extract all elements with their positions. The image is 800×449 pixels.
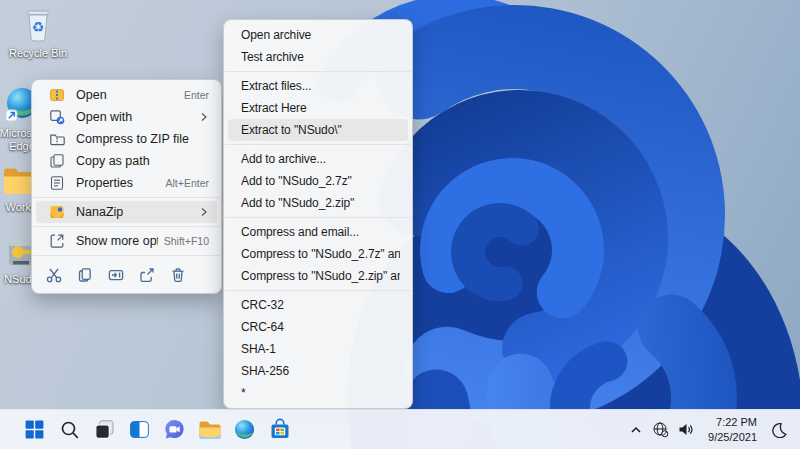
- menu-item-label: Compress to "NSudo_2.7z" and email: [241, 247, 400, 261]
- menu-item-label: Open: [76, 88, 178, 102]
- submenu-item-sha-1[interactable]: SHA-1: [228, 338, 408, 360]
- chat-icon: [163, 418, 186, 441]
- share-icon: [138, 266, 156, 284]
- copy-button[interactable]: [71, 263, 98, 287]
- desktop-icon-recycle-bin[interactable]: ♻Recycle Bin: [3, 6, 73, 60]
- submenu-item-compress-and-email[interactable]: Compress and email...: [228, 221, 408, 243]
- context-menu-item-properties[interactable]: PropertiesAlt+Enter: [36, 172, 217, 194]
- menu-separator: [33, 226, 220, 227]
- submenu-item-crc-64[interactable]: CRC-64: [228, 316, 408, 338]
- rename-button[interactable]: [102, 263, 129, 287]
- taskbar-edge-button[interactable]: [227, 413, 262, 447]
- submenu-item-extract-files[interactable]: Extract files...: [228, 75, 408, 97]
- open-with-icon: [49, 109, 65, 125]
- clock-button[interactable]: 7:22 PM 9/25/2021: [699, 415, 766, 445]
- menu-item-label: Extract to "NSudo\": [241, 123, 400, 137]
- chevron-up-icon: [629, 423, 643, 437]
- cut-button[interactable]: [40, 263, 67, 287]
- tray-volume-button[interactable]: [673, 415, 698, 445]
- submenu-item-add-to-7z[interactable]: Add to "NSudo_2.7z": [228, 170, 408, 192]
- submenu-item-sha-256[interactable]: SHA-256: [228, 360, 408, 382]
- menu-item-label: *: [241, 386, 400, 400]
- menu-item-label: Open with: [76, 110, 193, 124]
- submenu-item-star[interactable]: *: [228, 382, 408, 404]
- context-menu-item-open-with[interactable]: Open with: [36, 106, 217, 128]
- menu-item-label: Add to "NSudo_2.zip": [241, 196, 400, 210]
- tray-icons: [624, 415, 698, 445]
- focus-assist-button[interactable]: [767, 415, 791, 445]
- context-menu-item-copy-as-path[interactable]: Copy as path: [36, 150, 217, 172]
- chevron-right-icon: [199, 207, 209, 217]
- menu-item-accelerator: Enter: [184, 89, 209, 101]
- taskbar-chat-button[interactable]: [157, 413, 192, 447]
- edge-icon: [233, 418, 256, 441]
- zip-folder-icon: [49, 131, 65, 147]
- menu-separator: [225, 217, 411, 218]
- submenu-item-add-to-archive[interactable]: Add to archive...: [228, 148, 408, 170]
- desktop: ♻Recycle BinMicrosoft EdgeWorksNSudo Ope…: [0, 0, 800, 449]
- search-icon: [59, 419, 81, 441]
- menu-item-label: SHA-256: [241, 364, 400, 378]
- globe-no-internet-icon: [652, 421, 669, 438]
- menu-item-label: CRC-64: [241, 320, 400, 334]
- taskbar-search-button[interactable]: [52, 413, 87, 447]
- submenu-item-compress-7z-email[interactable]: Compress to "NSudo_2.7z" and email: [228, 243, 408, 265]
- nanazip-logo-icon: [49, 204, 65, 220]
- menu-item-label: Compress to ZIP file: [76, 132, 209, 146]
- taskbar-buttons: [17, 413, 297, 447]
- submenu-items: Open archiveTest archiveExtract files...…: [224, 24, 412, 404]
- share-button[interactable]: [133, 263, 160, 287]
- start-icon: [23, 418, 46, 441]
- copy-icon: [76, 266, 94, 284]
- chevron-right-icon: [199, 112, 209, 122]
- submenu-item-open-archive[interactable]: Open archive: [228, 24, 408, 46]
- taskbar-task-view-button[interactable]: [87, 413, 122, 447]
- properties-icon: [49, 175, 65, 191]
- taskbar-store-button[interactable]: [262, 413, 297, 447]
- store-icon: [269, 418, 291, 441]
- context-menu-item-compress-to-zip[interactable]: Compress to ZIP file: [36, 128, 217, 150]
- menu-item-label: SHA-1: [241, 342, 400, 356]
- submenu-item-crc-32[interactable]: CRC-32: [228, 294, 408, 316]
- submenu-item-add-to-zip[interactable]: Add to "NSudo_2.zip": [228, 192, 408, 214]
- submenu-item-test-archive[interactable]: Test archive: [228, 46, 408, 68]
- tray-network-button[interactable]: [648, 415, 673, 445]
- taskbar-widgets-button[interactable]: [122, 413, 157, 447]
- menu-item-label: Extract Here: [241, 101, 400, 115]
- system-tray: 7:22 PM 9/25/2021: [624, 415, 791, 445]
- delete-button[interactable]: [164, 263, 191, 287]
- context-menu-item-show-more-options[interactable]: Show more optionsShift+F10: [36, 230, 217, 252]
- menu-separator: [33, 255, 220, 256]
- focus-assist-moon-icon: [771, 422, 787, 438]
- menu-item-label: Add to archive...: [241, 152, 400, 166]
- taskbar: 7:22 PM 9/25/2021: [0, 409, 800, 449]
- recycle-bin-icon: ♻: [21, 6, 55, 43]
- copy-path-icon: [49, 153, 65, 169]
- taskbar-start-button[interactable]: [17, 413, 52, 447]
- quick-actions-row: [32, 259, 221, 289]
- menu-item-label: Show more options: [76, 234, 158, 248]
- menu-item-label: Properties: [76, 176, 160, 190]
- menu-item-label: CRC-32: [241, 298, 400, 312]
- rename-icon: [107, 266, 125, 284]
- menu-item-accelerator: Shift+F10: [164, 235, 209, 247]
- context-menu-items: OpenEnterOpen withCompress to ZIP fileCo…: [32, 84, 221, 289]
- submenu-item-compress-zip-email[interactable]: Compress to "NSudo_2.zip" and email: [228, 265, 408, 287]
- menu-separator: [225, 290, 411, 291]
- tray-tray-overflow-button[interactable]: [624, 415, 648, 445]
- tray-time: 7:22 PM: [708, 415, 757, 429]
- cut-icon: [45, 266, 63, 284]
- context-menu-item-nanazip[interactable]: NanaZip: [36, 201, 217, 223]
- desktop-icon-label: Recycle Bin: [3, 47, 73, 60]
- delete-icon: [169, 266, 187, 284]
- menu-item-label: Open archive: [241, 28, 400, 42]
- taskbar-file-explorer-button[interactable]: [192, 413, 227, 447]
- show-more-icon: [49, 233, 65, 249]
- task-view-icon: [93, 418, 116, 441]
- svg-text:♻: ♻: [32, 19, 45, 35]
- context-menu-item-open[interactable]: OpenEnter: [36, 84, 217, 106]
- menu-item-label: NanaZip: [76, 205, 193, 219]
- nanazip-submenu: Open archiveTest archiveExtract files...…: [223, 19, 413, 409]
- submenu-item-extract-to[interactable]: Extract to "NSudo\": [228, 119, 408, 141]
- submenu-item-extract-here[interactable]: Extract Here: [228, 97, 408, 119]
